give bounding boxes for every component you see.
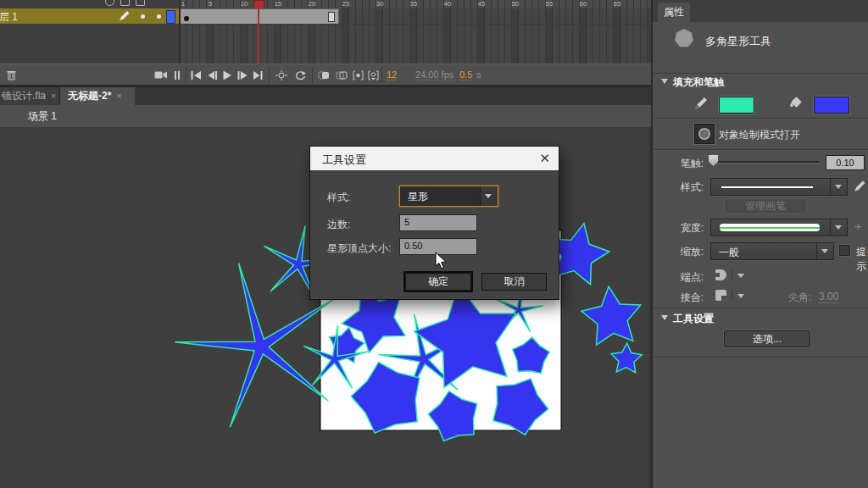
modify-markers-icon[interactable] [365,64,381,86]
scale-dropdown[interactable]: 一般 [710,242,834,260]
edit-multiple-frames-icon[interactable] [350,64,365,86]
ruler-frame-number: 55 [546,0,554,8]
go-last-frame-icon[interactable] [250,64,265,86]
collapse-triangle-icon[interactable] [661,79,668,84]
delete-layer-icon[interactable] [3,64,19,86]
style-dropdown[interactable]: 星形 [399,186,498,207]
step-back-icon[interactable] [204,64,220,86]
hints-label: 提示 [856,245,868,274]
current-frame[interactable]: 12 [387,69,397,80]
ruler-frame-number: 60 [580,0,587,8]
layer-outline-color[interactable] [166,10,175,24]
add-width-profile-icon[interactable]: + [854,219,862,233]
ruler-frame-number: 25 [342,0,350,8]
timeline-toolbar: 12 24.00 fps 0.5 s [0,64,651,86]
ruler-frame-number: 10 [241,0,248,8]
fill-color-swatch[interactable] [814,97,849,114]
tab-document-2-active[interactable]: 无标题-2*× [60,87,135,105]
loop-playback-icon[interactable] [292,64,309,86]
frame-span[interactable] [180,8,339,25]
layer-column-headers [100,0,180,8]
lock-icon[interactable] [120,0,130,6]
frame-rate[interactable]: 24.00 fps [415,69,453,80]
style-label: 样式: [653,180,704,195]
ok-button[interactable]: 确定 [405,273,471,291]
ruler-frame-number: 65 [614,0,621,8]
tab-document-1[interactable]: 镜设计.fla× [0,87,60,105]
cancel-button[interactable]: 取消 [481,273,547,291]
object-drawing-toggle[interactable] [694,124,715,144]
chevron-down-icon [485,194,492,198]
camera-icon[interactable] [153,64,170,86]
scale-label: 缩放: [653,245,704,259]
document-tabs: 镜设计.fla× 无标题-2*× [0,87,651,105]
width-label: 宽度: [653,221,704,236]
polystar-tool-icon [675,29,693,47]
section-tool-settings[interactable]: 工具设置 [673,312,714,326]
paint-bucket-icon[interactable] [788,95,805,112]
outline-icon[interactable] [136,0,145,6]
step-forward-icon[interactable] [235,64,250,86]
dialog-titlebar[interactable]: 工具设置 ✕ [310,147,559,170]
stroke-size-value[interactable]: 0.10 [826,155,865,170]
style-label: 样式: [327,191,350,205]
stroke-pencil-icon[interactable] [693,96,709,111]
cap-label: 端点: [653,270,704,285]
frames-grid[interactable] [180,8,649,64]
ruler-frame-number: 45 [478,0,486,8]
tool-settings-dialog: 工具设置 ✕ 样式: 星形 边数: 5 星形顶点大小: 0.50 确定 取消 [309,146,559,300]
edit-bar: 场景 1 [0,105,651,128]
chevron-down-icon [821,249,828,253]
section-fill-stroke[interactable]: 填充和笔触 [673,75,724,90]
miter-value[interactable]: 3.00 [819,291,838,303]
chevron-down-icon[interactable] [737,274,744,278]
close-tab-icon[interactable]: × [116,91,121,101]
chevron-down-icon [835,185,842,189]
keyframe-dot [184,16,189,21]
onion-skin-icon[interactable] [315,64,332,86]
solid-line-preview [721,186,813,188]
options-button[interactable]: 选项... [724,330,810,347]
point-size-label: 星形顶点大小: [327,241,391,256]
chevron-down-icon[interactable] [737,294,744,298]
stroke-label: 笔触: [653,157,704,171]
join-label: 接合: [653,291,704,305]
collapse-triangle-icon[interactable] [661,315,668,320]
elapsed-time[interactable]: 0.5 [459,69,472,80]
show-hide-icon[interactable] [105,0,114,6]
cap-style-icon[interactable] [715,269,726,280]
onion-skin-outline-icon[interactable] [333,64,350,86]
play-icon[interactable] [220,64,235,86]
tool-name: 多角星形工具 [705,34,771,49]
edit-stroke-style-icon[interactable] [853,179,867,193]
stroke-style-dropdown[interactable] [710,178,848,196]
mouse-cursor-icon [435,252,448,270]
ruler-frame-number: 35 [410,0,418,8]
sides-label: 边数: [327,218,350,232]
ruler-frame-number: 5 [209,0,212,8]
timeline-ruler[interactable]: 15101520253035404550556065 [180,0,651,8]
span-end-marker [328,12,335,22]
join-style-icon[interactable] [715,290,726,301]
layer-depth-icon[interactable] [171,64,183,86]
hints-checkbox[interactable] [839,245,850,256]
go-first-frame-icon[interactable] [188,64,203,86]
layer-lock-dot[interactable] [157,14,161,19]
pencil-edit-icon [118,10,131,22]
slider-thumb[interactable] [709,155,718,166]
close-icon[interactable]: ✕ [539,151,550,166]
layer-name[interactable]: 图层 1 [0,8,100,24]
dropdown-arrow-button[interactable] [480,186,498,206]
close-tab-icon[interactable]: × [51,91,56,101]
manage-brushes-button[interactable]: 管理画笔 [724,198,807,214]
stroke-color-swatch[interactable] [719,97,754,114]
playhead-line[interactable] [258,8,259,64]
width-profile-dropdown[interactable] [710,219,848,236]
layer-visible-dot[interactable] [141,14,145,19]
scene-breadcrumb[interactable]: 场景 1 [28,109,57,124]
object-drawing-label: 对象绘制模式打开 [719,128,800,142]
center-frame-icon[interactable] [273,64,290,86]
sides-input[interactable]: 5 [399,214,477,231]
stroke-size-slider[interactable] [710,161,819,164]
tab-properties[interactable]: 属性 [658,3,690,22]
